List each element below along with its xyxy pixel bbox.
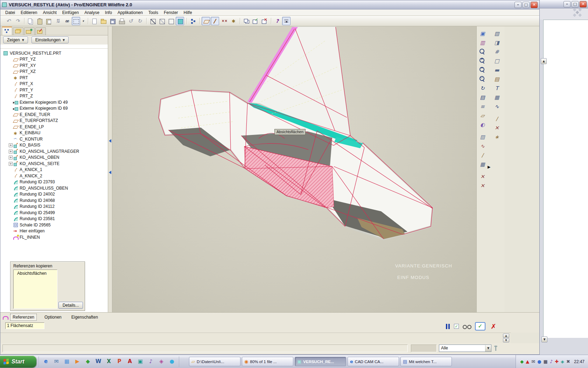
tab-folder-browser[interactable] xyxy=(13,27,23,35)
preview-glasses-icon[interactable] xyxy=(462,323,471,329)
reorient-button[interactable]: ↻ xyxy=(478,84,487,93)
text-button[interactable]: T xyxy=(492,84,502,93)
expand-icon[interactable] xyxy=(9,88,13,93)
tab-eigenschaften[interactable]: Eigenschaften xyxy=(69,314,100,320)
filter-combobox[interactable]: Alle ▼ xyxy=(439,345,491,352)
tree-item[interactable]: Rundung ID 23793 xyxy=(0,179,108,185)
quicklaunch-powerpoint[interactable]: P xyxy=(114,357,124,366)
quicklaunch-excel[interactable]: X xyxy=(104,357,114,366)
tree-item[interactable]: E_TUERFORTSATZ xyxy=(0,118,108,124)
tree-item[interactable]: PRT_YZ xyxy=(0,56,108,63)
flyout-arrow-icon[interactable]: ▶ xyxy=(488,165,490,169)
surface-analysis-button[interactable]: ▨ xyxy=(478,132,487,142)
tree-item[interactable]: PRT_Z xyxy=(0,93,108,100)
grid-button[interactable]: ▦ xyxy=(478,160,487,169)
copy-button[interactable] xyxy=(26,17,35,25)
new-window-button[interactable] xyxy=(242,17,250,25)
menu-item[interactable]: Ansicht xyxy=(40,10,59,15)
datum-plane-toggle[interactable] xyxy=(202,17,210,25)
tray-update[interactable]: ✚ xyxy=(555,359,559,364)
redo-button[interactable]: ↷ xyxy=(13,17,22,25)
datum-axis-toggle[interactable] xyxy=(211,17,219,25)
edge-display-button[interactable]: ◨ xyxy=(492,38,502,47)
quicklaunch-acrobat[interactable]: A xyxy=(125,357,135,366)
minimize-button[interactable]: – xyxy=(564,1,570,7)
activate-window-button[interactable] xyxy=(251,17,259,25)
tab-favorites[interactable] xyxy=(24,27,35,35)
menu-item[interactable]: Fenster xyxy=(161,10,181,15)
menu-item[interactable]: Info xyxy=(102,10,115,15)
tree-item[interactable]: K_EINBAU xyxy=(0,130,108,136)
shaded-view-button[interactable] xyxy=(176,17,184,25)
quicklaunch-chat[interactable]: ● xyxy=(167,357,177,366)
expand-icon[interactable] xyxy=(9,192,13,197)
tree-item[interactable]: PRT_X xyxy=(0,81,108,87)
tree-item[interactable]: FL_INNEN xyxy=(0,234,108,240)
hidden-line-view-button[interactable] xyxy=(158,17,166,25)
sketch-button[interactable]: ∿ xyxy=(492,102,502,111)
task-download[interactable]: ◉ 80% of 1 file ... xyxy=(242,357,293,366)
cancel-button[interactable]: ✗ xyxy=(489,322,498,330)
tree-item[interactable]: Rundung ID 24002 xyxy=(0,191,108,198)
csys-tool-button[interactable]: ∗ xyxy=(492,132,502,142)
maximize-button[interactable]: □ xyxy=(523,2,530,8)
title-bar[interactable]: VERSUCH_RESTYLE (Aktiv) - Pro/ENGINEER W… xyxy=(0,0,539,9)
tree-item[interactable]: KO_ANSCHL_OBEN xyxy=(0,155,108,161)
surface-tool-button[interactable]: ▤ xyxy=(492,75,502,84)
tree-item[interactable]: Rundung ID 25499 xyxy=(0,210,108,216)
task-browser[interactable]: e CAD CAM CA... xyxy=(348,357,399,366)
scroll-up-button[interactable]: ▲ xyxy=(541,58,547,64)
expand-icon[interactable] xyxy=(9,137,13,142)
collapse-arrow-icon[interactable] xyxy=(109,139,111,143)
zoom-in-button[interactable]: + xyxy=(478,56,487,66)
expand-icon[interactable] xyxy=(9,118,13,123)
task-document[interactable]: ▤ Mit welchen T... xyxy=(400,357,452,366)
tree-item[interactable]: Rundung ID 24068 xyxy=(0,197,108,204)
find-button[interactable]: ∞ xyxy=(63,17,71,25)
tree-item[interactable]: PRT_XZ xyxy=(0,69,108,75)
expand-icon[interactable] xyxy=(9,106,13,111)
quicklaunch-browser[interactable]: e xyxy=(41,357,51,366)
tree-item[interactable]: Externe Kopiegeom ID 69 xyxy=(0,105,108,112)
tray-audio[interactable]: ♪ xyxy=(550,359,553,364)
graphics-area[interactable]: Absichtsflächen VARIANTE:GENERISCH EINF … xyxy=(112,26,476,312)
tab-referenzen[interactable]: Referenzen xyxy=(10,314,37,321)
tree-item[interactable]: KO_BASIS xyxy=(0,142,108,149)
delete-button[interactable]: ↻ xyxy=(135,17,144,25)
annotation-button[interactable]: □ xyxy=(492,56,502,66)
notes-button[interactable]: ▬ xyxy=(492,66,502,75)
new-file-button[interactable] xyxy=(90,17,98,25)
background-window[interactable]: – □ ✕ ▲ ▼ xyxy=(540,0,588,355)
open-file-button[interactable] xyxy=(99,17,107,25)
wireframe-view-button[interactable] xyxy=(148,17,157,25)
expand-icon[interactable] xyxy=(9,81,13,86)
expand-icon[interactable] xyxy=(9,149,13,154)
print-button[interactable] xyxy=(117,17,126,25)
point-tool-button[interactable]: ✕ xyxy=(492,123,502,132)
settings-button[interactable]: Einstellungen▼ xyxy=(31,36,69,43)
expand-icon[interactable] xyxy=(9,198,13,203)
expand-icon[interactable] xyxy=(9,167,13,172)
quicklaunch-word[interactable]: W xyxy=(93,357,103,366)
tree-item[interactable]: Rundung ID 23581 xyxy=(0,216,108,222)
start-button[interactable]: Start xyxy=(0,356,36,368)
select-box-button[interactable] xyxy=(72,17,80,25)
curve-analysis-button[interactable]: ∿ xyxy=(478,142,487,151)
quicklaunch-mail[interactable]: ✉ xyxy=(51,357,61,366)
tab-optionen[interactable]: Optionen xyxy=(42,314,64,320)
tree-item[interactable]: PRT_XY xyxy=(0,62,108,69)
tree-item[interactable]: C_KONTUR xyxy=(0,136,108,142)
menu-item[interactable]: Tools xyxy=(146,10,161,15)
render-style-button[interactable]: ▣ xyxy=(478,29,487,38)
tree-item[interactable]: A_KNICK_2 xyxy=(0,173,108,179)
table-button[interactable]: ▦ xyxy=(492,93,502,102)
zoom-out-button[interactable]: − xyxy=(478,66,487,75)
tree-item[interactable]: Rundung ID 24112 xyxy=(0,204,108,210)
tray-network[interactable]: ● xyxy=(537,359,541,364)
tree-item-root[interactable]: VERSUCH_RESTYLE.PRT xyxy=(0,50,108,56)
tree-item[interactable]: A_KNICK_1 xyxy=(0,167,108,173)
tray-graphics[interactable]: ◈ xyxy=(561,359,564,364)
expand-icon[interactable] xyxy=(9,75,13,80)
tree-item[interactable]: KO_ANSCHL_SEITE xyxy=(0,161,108,167)
view-plane-button[interactable]: ▱ xyxy=(478,111,487,120)
